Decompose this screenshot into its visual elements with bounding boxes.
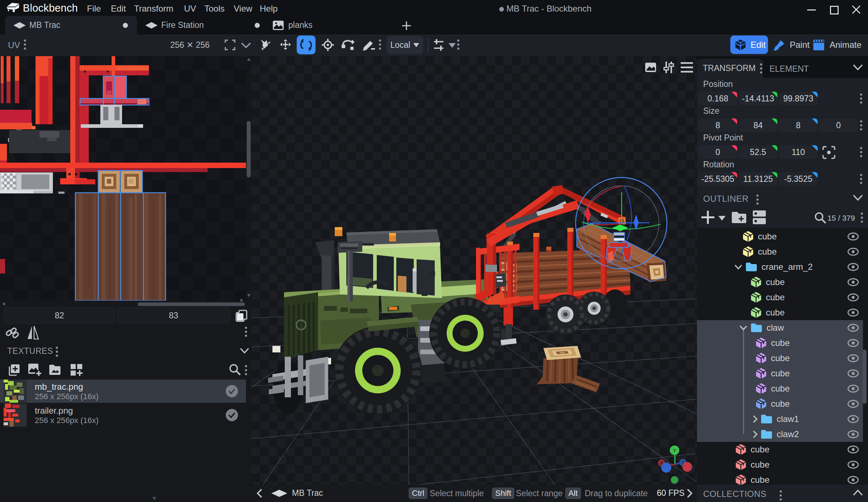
svg-text:Y: Y [673,447,676,453]
